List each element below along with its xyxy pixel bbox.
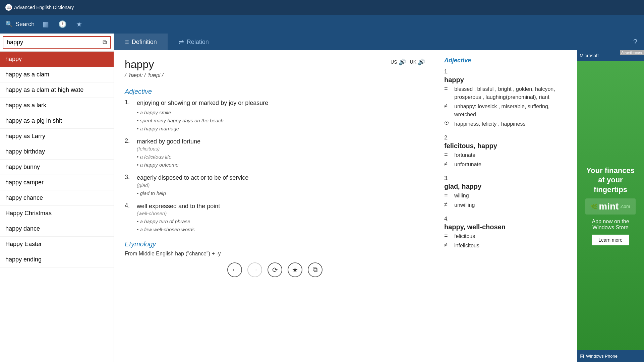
list-item[interactable]: happy as a pig in shit (0, 113, 114, 129)
audio-uk-icon: 🔊 (418, 58, 425, 66)
copy-search-icon[interactable]: ⧉ (103, 39, 107, 46)
audio-uk-label: UK (410, 59, 416, 65)
def-qualifier-3: (glad) (137, 182, 425, 188)
refresh-button[interactable]: ⟳ (268, 262, 282, 277)
tab-definition[interactable]: ≡ Definition (114, 34, 168, 50)
def-example: a happy outcome (137, 161, 425, 169)
def-example: a happy turn of phrase (137, 218, 425, 226)
list-item[interactable]: happy dance (0, 221, 114, 237)
def-num-4: 4. (125, 202, 133, 234)
relation-notequals-words-1: unhappy: lovesick , miserable, suffering… (454, 103, 569, 119)
search-toolbar-button[interactable]: 🔍 Search (5, 20, 35, 28)
pron-sep2: / (144, 72, 147, 78)
search-icon: 🔍 (5, 20, 13, 28)
ad-headline: Your finances at your fingertips (582, 166, 639, 195)
search-input[interactable] (7, 39, 100, 46)
list-item[interactable]: happy as Larry (0, 129, 114, 144)
relation-num-3: 3. (444, 175, 569, 181)
etymology-title: Etymology (125, 240, 425, 248)
relation-num-4: 4. (444, 216, 569, 222)
tab-relation[interactable]: ⇌ Relation (168, 34, 220, 50)
pron-us: ˈhæpiː (128, 72, 143, 78)
def-text-4: well expressed and to the point (137, 202, 425, 210)
ad-footer-text: Windows Phone (586, 354, 618, 359)
relation-notequals-words-4: infelicitous (454, 242, 479, 250)
def-examples-4: a happy turn of phrase a few well-chosen… (137, 218, 425, 234)
list-item[interactable]: happy camper (0, 175, 114, 190)
relation-word-3: glad, happy (444, 183, 569, 190)
def-content-1: enjoying or showing or marked by joy or … (137, 99, 425, 133)
app-logo: 📖 Advanced English Dictionary (5, 4, 74, 11)
bookmark-button[interactable]: ★ (288, 262, 302, 277)
sidebar: ⧉ happy happy as a clam happy as a clam … (0, 34, 114, 362)
audio-us-button[interactable]: US 🔊 (391, 58, 406, 66)
relation-word-4: happy, well-chosen (444, 223, 569, 231)
ad-inner: Advertisement Microsoft Your finances at… (577, 50, 644, 362)
tab-relation-label: Relation (187, 39, 209, 46)
def-num-2: 2. (125, 137, 133, 169)
relation-circle-words-1: happiness, felicity , happiness (454, 120, 526, 128)
def-content-4: well expressed and to the point (well-ch… (137, 202, 425, 234)
audio-uk-button[interactable]: UK 🔊 (410, 58, 425, 66)
back-button[interactable]: ← (227, 262, 242, 277)
forward-button[interactable]: → (247, 262, 262, 277)
definition-panel: happy / ˈhæpiː / ˈhæpi / US 🔊 (114, 50, 436, 362)
relation-group-1: 1. happy = blessed , blissful , bright ,… (444, 69, 569, 128)
list-item[interactable]: happy chance (0, 190, 114, 206)
definition-item-3: 3. eagerly disposed to act or to be of s… (125, 174, 425, 197)
def-examples-1: a happy smile spent many happy days on t… (137, 109, 425, 133)
relation-tab-icon: ⇌ (178, 38, 184, 46)
relation-row-equals-4: = felicitous (444, 232, 569, 240)
definition-item-4: 4. well expressed and to the point (well… (125, 202, 425, 234)
definition-tab-icon: ≡ (125, 38, 129, 46)
notequals-symbol: ≠ (444, 161, 451, 168)
relation-row-circle-1: ⦿ happiness, felicity , happiness (444, 120, 569, 128)
notequals-symbol: ≠ (444, 242, 451, 249)
etymology-text: From Middle English hap ("chance") + -y (125, 251, 425, 257)
help-button[interactable]: ? (627, 38, 644, 46)
def-num-3: 3. (125, 174, 133, 197)
def-text-1: enjoying or showing or marked by joy or … (137, 99, 425, 107)
list-item[interactable]: happy bunny (0, 160, 114, 175)
favorites-icon[interactable]: ★ (75, 19, 83, 29)
list-item[interactable]: happy ending (0, 252, 114, 267)
def-examples-2: a felicitous life a happy outcome (137, 153, 425, 169)
relation-row-equals-3: = willing (444, 192, 569, 200)
list-item[interactable]: Happy Christmas (0, 206, 114, 221)
list-item[interactable]: happy as a clam (0, 67, 114, 82)
list-item[interactable]: happy (0, 52, 114, 67)
list-item[interactable]: happy as a lark (0, 98, 114, 113)
list-item[interactable]: happy birthday (0, 144, 114, 160)
history-icon[interactable]: 🕐 (57, 19, 68, 29)
search-box: ⧉ (3, 36, 111, 49)
etymology-section: Etymology From Middle English hap ("chan… (125, 240, 425, 257)
def-examples-3: glad to help (137, 189, 425, 197)
word-title: happy (125, 58, 163, 71)
tab-bar: ≡ Definition ⇌ Relation ? (114, 34, 644, 50)
def-example: a happy marriage (137, 125, 425, 133)
list-item[interactable]: happy as a clam at high wate (0, 82, 114, 98)
list-item[interactable]: Happy Easter (0, 237, 114, 252)
content-area: ≡ Definition ⇌ Relation ? happy / ˈhæpiː (114, 34, 644, 362)
audio-buttons: US 🔊 UK 🔊 (391, 58, 425, 66)
def-qualifier-2: (felicitous) (137, 146, 425, 152)
relation-panel: Adjective 1. happy = blessed , blissful … (436, 50, 577, 362)
def-text-2: marked by good fortune (137, 137, 425, 146)
app-title: Advanced English Dictionary (14, 5, 74, 10)
relation-equals-words-4: felicitous (454, 232, 475, 240)
notequals-symbol: ≠ (444, 201, 451, 208)
calculator-icon[interactable]: ▦ (41, 19, 50, 29)
learn-more-button[interactable]: Learn more (592, 235, 629, 245)
definition-item-2: 2. marked by good fortune (felicitous) a… (125, 137, 425, 169)
def-example: glad to help (137, 189, 425, 197)
copy-button[interactable]: ⧉ (308, 262, 323, 277)
pronunciation: / ˈhæpiː / ˈhæpi / (125, 72, 163, 78)
pron-sep3: / (162, 72, 163, 78)
relation-row-notequals-2: ≠ unfortunate (444, 161, 569, 169)
pos-label: Adjective (125, 88, 425, 96)
windows-icon: ⊞ (580, 353, 584, 359)
mint-logo-icon: 🌿 (591, 203, 597, 210)
search-box-container: ⧉ (0, 34, 114, 52)
relation-equals-words-2: fortunate (454, 151, 475, 159)
def-example: a happy smile (137, 109, 425, 117)
